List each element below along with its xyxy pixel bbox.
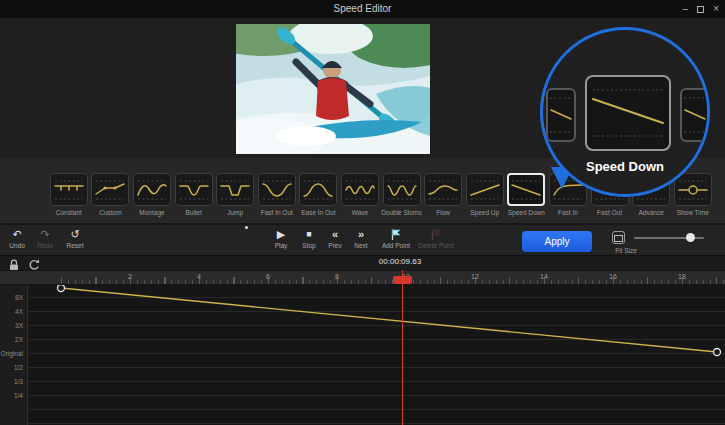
add-point-button[interactable]: Add Point bbox=[378, 228, 414, 249]
playhead-line[interactable] bbox=[402, 270, 403, 425]
next-icon: » bbox=[358, 228, 364, 241]
curve-end-point[interactable] bbox=[714, 349, 721, 356]
prev-button[interactable]: « Prev bbox=[322, 228, 348, 249]
curve-speed-up-icon bbox=[468, 177, 502, 203]
preset-pager-dot[interactable] bbox=[245, 226, 248, 229]
callout-thumb-main bbox=[585, 75, 671, 151]
window-title: Speed Editor bbox=[334, 3, 392, 14]
fit-size-slider-knob[interactable] bbox=[686, 233, 695, 242]
apply-button[interactable]: Apply bbox=[522, 231, 592, 252]
close-icon[interactable]: × bbox=[713, 0, 719, 18]
preset-label: Advance bbox=[638, 209, 663, 216]
callout-label: Speed Down bbox=[543, 159, 707, 174]
preset-label: Speed Up bbox=[470, 209, 499, 216]
ruler-tick: 16 bbox=[609, 273, 617, 280]
curve-ease-in-out-icon bbox=[301, 177, 335, 203]
speed-editor-window: Speed Editor – × bbox=[0, 0, 725, 425]
preset-jump[interactable]: Jump bbox=[214, 173, 256, 216]
curve-jump-icon bbox=[218, 177, 252, 203]
ruler-tick: 2 bbox=[128, 273, 132, 280]
stop-button[interactable]: ■ Stop bbox=[296, 228, 322, 249]
preset-label: Wave bbox=[352, 209, 368, 216]
fit-size-icon[interactable] bbox=[612, 231, 625, 244]
curve-wave-icon bbox=[343, 177, 377, 203]
reset-icon: ↺ bbox=[70, 228, 79, 241]
preview-image bbox=[236, 24, 430, 154]
curve-bullet-icon bbox=[177, 177, 211, 203]
delete-point-button[interactable]: Delete Point bbox=[414, 228, 458, 249]
ruler-tick: 12 bbox=[471, 273, 479, 280]
ruler-tick: 14 bbox=[540, 273, 548, 280]
preset-flow[interactable]: Flow bbox=[422, 173, 464, 216]
ruler-tick: 6 bbox=[266, 273, 270, 280]
add-point-flag-icon bbox=[390, 228, 402, 241]
callout-thumb-right bbox=[680, 88, 710, 142]
preset-constant[interactable]: Constant bbox=[48, 173, 90, 216]
next-button[interactable]: » Next bbox=[348, 228, 374, 249]
preset-bullet[interactable]: Bullet bbox=[173, 173, 215, 216]
preset-label: Custom bbox=[99, 209, 121, 216]
curve-double-slomo-icon bbox=[385, 177, 419, 203]
preset-label: Fast In bbox=[558, 209, 578, 216]
curve-flow-icon bbox=[426, 177, 460, 203]
preset-custom[interactable]: Custom bbox=[90, 173, 132, 216]
delete-point-flag-icon bbox=[430, 228, 442, 241]
curve-montage-icon bbox=[135, 177, 169, 203]
timeline-ruler[interactable]: 2 4 6 8 10 12 14 16 18 bbox=[0, 270, 725, 285]
preset-label: Constant bbox=[56, 209, 82, 216]
curve-custom-icon bbox=[93, 177, 127, 203]
speed-graph[interactable]: 8X 4X 3X 2X Original 1/2 1/3 1/4 bbox=[0, 285, 725, 425]
timecode: 00:00:09.63 bbox=[360, 257, 440, 266]
undo-button[interactable]: ↶ Undo bbox=[4, 228, 30, 249]
ruler-tick: 4 bbox=[197, 273, 201, 280]
preset-double-slomo[interactable]: Double Slomo bbox=[381, 173, 423, 216]
preset-show-time[interactable]: Show Time bbox=[672, 173, 714, 216]
ruler-tick: 18 bbox=[678, 273, 686, 280]
undo-icon: ↶ bbox=[12, 228, 21, 241]
preset-fast-in-out[interactable]: Fast In Out bbox=[256, 173, 298, 216]
play-button[interactable]: ▶ Play bbox=[268, 228, 294, 249]
preset-speed-down[interactable]: Speed Down bbox=[506, 173, 548, 216]
curve-start-point[interactable] bbox=[58, 285, 65, 292]
curve-speed-down-icon bbox=[509, 177, 543, 203]
preset-label: Fast In Out bbox=[261, 209, 293, 216]
preset-label: Bullet bbox=[185, 209, 201, 216]
preset-label: Jump bbox=[227, 209, 243, 216]
preset-label: Show Time bbox=[677, 209, 709, 216]
speed-down-callout: Speed Down bbox=[540, 27, 710, 197]
titlebar: Speed Editor – × bbox=[0, 0, 725, 18]
reset-button[interactable]: ↺ Reset bbox=[60, 228, 90, 249]
preset-ease-in-out[interactable]: Ease In Out bbox=[298, 173, 340, 216]
preset-wave[interactable]: Wave bbox=[339, 173, 381, 216]
preset-label: Fast Out bbox=[597, 209, 622, 216]
ruler-tick: 8 bbox=[335, 273, 339, 280]
maximize-icon[interactable] bbox=[697, 6, 704, 13]
preset-label: Double Slomo bbox=[381, 209, 422, 216]
speed-curve[interactable] bbox=[0, 285, 725, 425]
curve-thumb-icon bbox=[548, 90, 574, 140]
preset-label: Flow bbox=[436, 209, 450, 216]
playhead-handle[interactable] bbox=[393, 276, 412, 284]
redo-button[interactable]: ↷ Redo bbox=[32, 228, 58, 249]
video-preview bbox=[236, 24, 430, 154]
curve-thumb-icon bbox=[682, 90, 708, 140]
prev-icon: « bbox=[332, 228, 338, 241]
preset-label: Montage bbox=[139, 209, 164, 216]
minimize-icon[interactable]: – bbox=[683, 0, 689, 18]
preset-label: Ease In Out bbox=[301, 209, 335, 216]
curve-constant-icon bbox=[52, 177, 86, 203]
curve-speed-down-large-icon bbox=[587, 77, 669, 149]
curve-fast-in-out-icon bbox=[260, 177, 294, 203]
preset-speed-up[interactable]: Speed Up bbox=[464, 173, 506, 216]
preset-montage[interactable]: Montage bbox=[131, 173, 173, 216]
stop-icon: ■ bbox=[306, 228, 311, 241]
curve-show-time-icon bbox=[676, 177, 710, 203]
play-icon: ▶ bbox=[277, 228, 285, 241]
redo-icon: ↷ bbox=[40, 228, 49, 241]
callout-thumb-left bbox=[546, 88, 576, 142]
fit-size-label: Fit Size bbox=[598, 247, 654, 254]
preset-label: Speed Down bbox=[508, 209, 545, 216]
